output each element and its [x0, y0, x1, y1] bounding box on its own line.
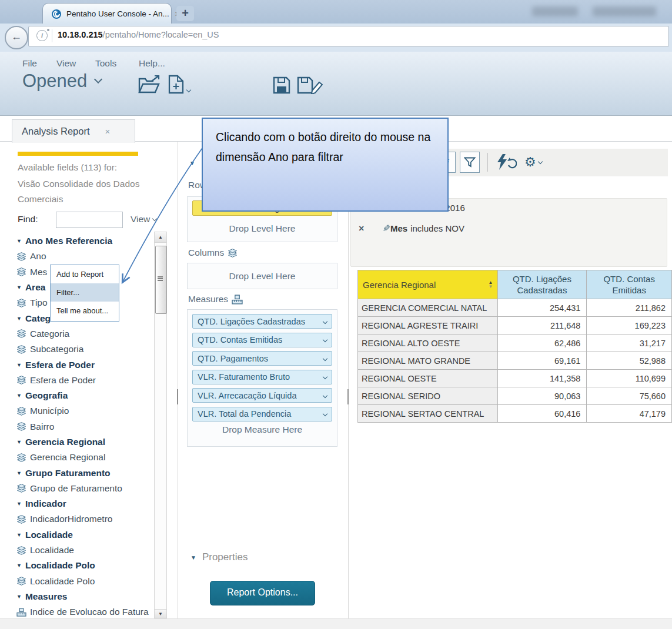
filter-button[interactable]: [460, 152, 480, 173]
remove-filter-icon[interactable]: ×: [359, 223, 370, 234]
collapse-icon: ▼: [16, 439, 22, 445]
panel-divider[interactable]: [178, 142, 178, 618]
measure-chip[interactable]: VLR. Faturamento Bruto: [192, 370, 332, 384]
opened-label: Opened: [22, 71, 87, 92]
field-level[interactable]: Categoria: [16, 326, 155, 342]
field-group[interactable]: ▼Geografia: [16, 388, 155, 403]
measure-chip[interactable]: VLR. Total da Pendencia: [192, 407, 332, 421]
field-level[interactable]: Localidade Polo: [16, 574, 155, 589]
analysis-report-tab-label: Analysis Report: [22, 126, 90, 137]
layout-collapse-icon[interactable]: ▼: [189, 160, 195, 166]
field-level[interactable]: Ano: [16, 249, 155, 264]
layers-icon: [16, 484, 26, 493]
find-input[interactable]: [56, 212, 123, 228]
save-icon[interactable]: [273, 76, 290, 94]
menu-file[interactable]: File: [22, 58, 37, 69]
measure-chip[interactable]: QTD. Ligações Cadastradas: [192, 314, 332, 329]
collapse-icon: ▼: [16, 532, 22, 538]
columns-section-label: Columns: [188, 247, 238, 258]
menu-item-add-to-report[interactable]: Add to Report: [51, 265, 119, 283]
chevron-down-icon[interactable]: [323, 356, 327, 360]
chevron-down-icon[interactable]: [323, 374, 327, 379]
info-icon[interactable]: i: [36, 30, 48, 41]
measure-chip[interactable]: QTD. Pagamentos: [192, 351, 332, 366]
settings-dropdown[interactable]: ⚙: [524, 155, 542, 170]
collapse-icon: ▼: [16, 285, 22, 290]
scroll-down-icon[interactable]: ▼: [154, 609, 167, 618]
pentaho-favicon-icon: [51, 9, 62, 19]
column-header-measure[interactable]: QTD. Contas Emitidas: [587, 270, 672, 299]
field-group[interactable]: ▼Gerencia Regional: [16, 434, 155, 450]
layers-icon: [16, 546, 26, 555]
properties-section[interactable]: ▼ Properties: [190, 551, 248, 563]
menu-tools[interactable]: Tools: [95, 58, 116, 69]
collapse-icon: ▼: [16, 393, 22, 399]
refresh-bolt-icon[interactable]: [496, 154, 517, 170]
field-measure[interactable]: Indice de Evolucao do Fatura: [16, 604, 155, 618]
field-group[interactable]: ▼Measures: [16, 589, 155, 604]
report-options-button[interactable]: Report Options...: [210, 581, 315, 605]
columns-drop-zone[interactable]: Drop Level Here: [187, 263, 337, 289]
field-level[interactable]: Gerencia Regional: [16, 450, 155, 465]
properties-label: Properties: [202, 551, 248, 563]
table-row: REGIONAL OESTE141,358110,699: [358, 370, 672, 387]
menu-view[interactable]: View: [56, 58, 76, 69]
open-file-icon[interactable]: [138, 75, 161, 95]
tab-title: Pentaho User Console - An...: [66, 9, 169, 18]
browser-tab[interactable]: Pentaho User Console - An... ×: [42, 3, 172, 24]
measure-chip[interactable]: QTD. Contas Emitidas: [192, 333, 332, 347]
column-header-dimension[interactable]: Gerencia Regional ▲▼: [358, 270, 498, 299]
cube-name: Visão Consolidade dos Dados Comerciais: [18, 176, 158, 207]
field-level[interactable]: IndicadorHidrometro: [16, 511, 155, 527]
menu-help[interactable]: Help...: [139, 58, 165, 69]
collapse-icon: ▼: [16, 316, 22, 322]
divider-grip[interactable]: [347, 389, 349, 404]
table-row: REGIONAL ALTO OESTE62,48631,217: [358, 334, 672, 352]
field-level[interactable]: Esfera de Poder: [16, 373, 155, 388]
save-as-icon[interactable]: [297, 76, 323, 94]
collapse-icon: ▼: [16, 470, 22, 476]
url-text: 10.18.0.215/pentaho/Home?locale=en_US: [58, 30, 219, 39]
field-group[interactable]: ▼Esfera de Poder: [16, 357, 155, 372]
scrollbar-thumb[interactable]: [155, 246, 167, 314]
field-level[interactable]: Bairro: [16, 419, 155, 434]
new-document-icon[interactable]: [168, 75, 184, 94]
url-separator: [52, 29, 52, 42]
divider-grip[interactable]: [177, 389, 178, 404]
field-level[interactable]: Localidade: [16, 543, 155, 558]
back-button[interactable]: ←: [5, 26, 28, 49]
chevron-down-icon[interactable]: [323, 393, 327, 397]
field-group[interactable]: ▼Grupo Faturamento: [16, 465, 155, 480]
field-group[interactable]: ▼Ano Mes Referencia: [16, 233, 155, 249]
menu-item-filter[interactable]: Filter...: [51, 283, 119, 302]
opened-dropdown[interactable]: Opened: [22, 71, 101, 92]
measure-chip[interactable]: VLR. Arrecacação Líquida: [192, 388, 332, 403]
layers-icon: [16, 345, 26, 354]
chevron-down-icon: [537, 159, 542, 163]
table-row: REGIONAL MATO GRANDE69,16152,988: [358, 352, 672, 370]
analysis-report-tab[interactable]: Analysis Report ×: [12, 119, 135, 143]
field-group[interactable]: ▼Localidade: [16, 527, 155, 543]
field-level[interactable]: Município: [16, 403, 155, 419]
field-group[interactable]: ▼Indicador: [16, 496, 155, 511]
pencil-icon[interactable]: ✎: [370, 223, 390, 234]
column-header-measure[interactable]: QTD. Ligações Cadastradas: [497, 270, 587, 299]
chevron-down-icon[interactable]: [323, 337, 327, 342]
view-dropdown[interactable]: View: [131, 214, 156, 225]
new-tab-button[interactable]: +: [176, 6, 194, 21]
sort-icon[interactable]: ▲▼: [489, 280, 493, 289]
menu-item-tell-me-about[interactable]: Tell me about...: [51, 302, 119, 320]
panel-divider[interactable]: [348, 142, 349, 618]
chevron-down-icon[interactable]: [323, 411, 327, 416]
scrollbar-grip: [158, 278, 163, 279]
field-group[interactable]: ▼Localidade Polo: [16, 558, 155, 573]
scroll-up-icon[interactable]: ▲: [155, 232, 166, 243]
field-level[interactable]: Subcategoria: [16, 342, 155, 357]
measures-section-label: Measures: [188, 294, 243, 305]
field-level[interactable]: Grupo de Faturamento: [16, 481, 155, 496]
layers-icon: [16, 515, 26, 524]
tab-close-icon[interactable]: ×: [105, 126, 111, 136]
funnel-icon: [464, 157, 476, 168]
chevron-down-icon[interactable]: [323, 319, 327, 323]
layers-icon: [16, 376, 26, 384]
